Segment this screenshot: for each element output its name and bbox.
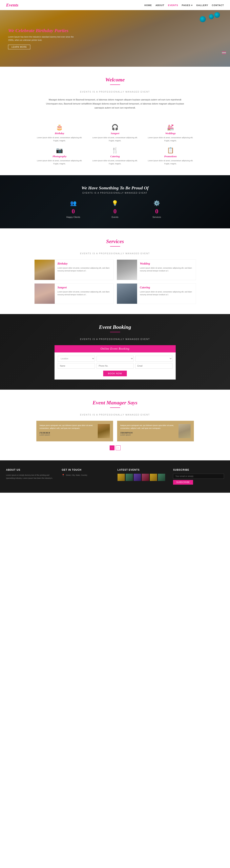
manager-section: Event Manager Says Events Is A Professio… xyxy=(0,390,230,460)
footer-about-title: ABOUT US xyxy=(6,468,57,471)
subscribe-button[interactable]: SUBSCRIBE xyxy=(173,480,193,485)
service-sangeet-desc: Lorem ipsum dolor sit amet, consectetur … xyxy=(58,290,110,296)
location-select[interactable]: Location xyxy=(58,356,95,362)
federer-avatar xyxy=(98,424,110,438)
welcome-subtitle: Events Is A Professionally Managed Event xyxy=(8,91,222,93)
booking-box: Online Event Booking Location BOOK NOW xyxy=(55,345,176,379)
happy-clients-icon: 👥 xyxy=(55,200,92,206)
services-divider xyxy=(110,246,120,247)
nav-pages[interactable]: PAGES ▾ xyxy=(182,4,193,6)
hero-headline: We Celebrate Birthday Parties xyxy=(8,28,77,34)
icon-catering: 🍴 Catering Lorem ipsum dolor sit amet, c… xyxy=(90,147,140,165)
services-title: Services xyxy=(6,239,224,245)
subscribe-input[interactable] xyxy=(173,474,224,479)
services-grid: Birthday Lorem ipsum dolor sit amet, con… xyxy=(34,259,196,304)
footer-subscribe-title: SUBSCRIBE xyxy=(173,468,224,471)
welcome-section: Welcome Events Is A Professionally Manag… xyxy=(0,67,230,120)
federer-text: Naique porro quisquam est, qui dolorem i… xyxy=(40,424,95,430)
service-catering-desc: Lorem ipsum dolor sit amet, consectetur … xyxy=(140,290,193,296)
nav-gallery[interactable]: GALLERY xyxy=(196,4,208,6)
service-card-sangeet: Sangeet Lorem ipsum dolor sit amet, cons… xyxy=(34,283,113,304)
footer-events: LATEST EVENTS xyxy=(118,468,168,485)
footer: ABOUT US Lorem ipsum or simply dummy tex… xyxy=(0,460,230,493)
booking-form: Location BOOK NOW xyxy=(55,352,176,379)
events-number: 0 xyxy=(96,208,134,215)
welcome-divider xyxy=(110,85,120,85)
sangeet-desc: Lorem ipsum dolor sit amet, consectetuer… xyxy=(90,136,140,142)
services-section: Services Events Is A Professionally Mana… xyxy=(0,228,230,314)
service-sangeet-title: Sangeet xyxy=(58,286,110,289)
welcome-body: Masagni dolores eoquie int Basmodi tempo… xyxy=(44,98,186,110)
next-button[interactable]: › xyxy=(116,445,121,450)
service-content-wedding: Wedding Lorem ipsum dolor sit amet, cons… xyxy=(137,260,196,280)
testimonial-federer: Naique porro quisquam est, qui dolorem i… xyxy=(36,421,113,441)
icon-weddings: 💒 Weddings Lorem ipsum dolor sit amet, c… xyxy=(145,124,196,142)
dropdown-2[interactable] xyxy=(97,356,134,362)
services-icon: ⚙️ xyxy=(138,200,176,206)
footer-address: Street, City, State, Country xyxy=(66,474,87,477)
thompson-role: Lorem ipsum xyxy=(120,434,176,436)
promotions-icon: 📋 xyxy=(145,147,196,154)
phone-input[interactable] xyxy=(97,363,134,369)
sangeet-icon: 🎧 xyxy=(90,124,140,130)
thompson-text: Naique porro quisquam est, qui dolorem i… xyxy=(120,424,176,430)
footer-thumb-1 xyxy=(118,474,125,481)
weddings-desc: Lorem ipsum dolor sit amet, consectetuer… xyxy=(145,136,196,142)
nav-home[interactable]: HOME xyxy=(144,4,152,6)
proud-title: We Have Something To Be Proud Of xyxy=(8,185,222,191)
footer-thumb-4 xyxy=(142,474,149,481)
email-input[interactable] xyxy=(135,363,172,369)
booking-row-inputs xyxy=(58,363,172,369)
footer-about: ABOUT US Lorem ipsum or simply dummy tex… xyxy=(6,468,57,485)
promotions-title: Promotions xyxy=(145,155,196,158)
nav-about[interactable]: ABOUT xyxy=(156,4,164,6)
thompson-avatar xyxy=(178,424,191,438)
hamburger-icon[interactable] xyxy=(222,51,226,55)
service-icons-section: 🎂 Birthday Lorem ipsum dolor sit amet, c… xyxy=(0,120,230,175)
stats-grid: 👥 0 Happy Clients 💡 0 Events ⚙️ 0 Servic… xyxy=(55,200,176,218)
photography-icon: 📷 xyxy=(34,147,85,154)
service-content-sangeet: Sangeet Lorem ipsum dolor sit amet, cons… xyxy=(55,283,113,304)
footer-contact: GET IN TOUCH 📍 Street, City, State, Coun… xyxy=(62,468,113,485)
service-wedding-title: Wedding xyxy=(140,262,193,265)
events-icon: 💡 xyxy=(96,200,134,206)
icons-grid: 🎂 Birthday Lorem ipsum dolor sit amet, c… xyxy=(34,124,196,165)
footer-grid: ABOUT US Lorem ipsum or simply dummy tex… xyxy=(6,468,224,485)
service-birthday-desc: Lorem ipsum dolor sit amet, consectetur … xyxy=(58,267,110,272)
hero-body: Lorem Ipsum has been the industry's stan… xyxy=(8,35,77,42)
name-input[interactable] xyxy=(58,363,95,369)
manager-subtitle: Events Is A Professionally Managed Event xyxy=(8,413,222,416)
footer-address-row: 📍 Street, City, State, Country xyxy=(62,474,113,477)
footer-thumb-6 xyxy=(158,474,165,481)
stat-happy-clients: 👥 0 Happy Clients xyxy=(55,200,92,218)
service-card-wedding: Wedding Lorem ipsum dolor sit amet, cons… xyxy=(117,259,196,280)
icon-promotions: 📋 Promotions Lorem ipsum dolor sit amet,… xyxy=(145,147,196,165)
footer-thumb-2 xyxy=(126,474,133,481)
book-now-button[interactable]: BOOK NOW xyxy=(103,371,127,376)
site-logo[interactable]: Events xyxy=(6,2,19,8)
footer-contact-title: GET IN TOUCH xyxy=(62,468,113,471)
photography-desc: Lorem ipsum dolor sit amet, consectetuer… xyxy=(34,159,85,165)
dropdown-3[interactable] xyxy=(135,356,172,362)
booking-header: Online Event Booking xyxy=(55,345,176,352)
hero-cta-button[interactable]: LEARN MORE xyxy=(8,45,30,49)
catering-title: Catering xyxy=(90,155,140,158)
service-catering-title: Catering xyxy=(140,286,193,289)
footer-thumb-3 xyxy=(134,474,141,481)
weddings-title: Weddings xyxy=(145,132,196,135)
testimonial-thompson: Naique porro quisquam est, qui dolorem i… xyxy=(117,421,194,441)
catering-desc: Lorem ipsum dolor sit amet, consectetuer… xyxy=(90,159,140,165)
nav-links: HOME ABOUT EVENTS PAGES ▾ GALLERY CONTAC… xyxy=(144,3,224,7)
prev-button[interactable]: ‹ xyxy=(110,445,114,450)
service-img-birthday xyxy=(35,260,55,280)
footer-subscribe: SUBSCRIBE SUBSCRIBE xyxy=(173,468,224,485)
nav-contact[interactable]: CONTACT xyxy=(212,4,224,6)
promotions-desc: Lorem ipsum dolor sit amet, consectetuer… xyxy=(145,159,196,165)
nav-events[interactable]: EVENTS xyxy=(168,4,178,6)
services-label: Services xyxy=(138,216,176,218)
service-img-wedding xyxy=(117,260,137,280)
proud-subtitle: Events Is A Professionally Managed Event xyxy=(8,192,222,194)
stat-events: 💡 0 Events xyxy=(96,200,134,218)
booking-subtitle: Events Is A Professionally Managed Event xyxy=(8,338,222,340)
weddings-icon: 💒 xyxy=(145,124,196,130)
